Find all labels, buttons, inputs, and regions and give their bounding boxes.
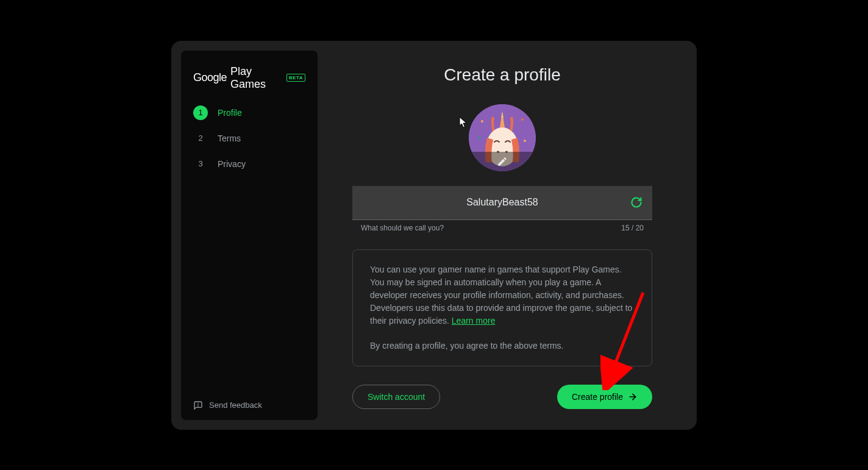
step-number: 2 [193,131,208,146]
step-terms[interactable]: 2 Terms [193,131,305,146]
switch-account-label: Switch account [368,392,425,402]
action-row: Switch account Create profile [352,385,652,409]
step-profile[interactable]: 1 Profile [193,105,305,120]
field-hint: What should we call you? [361,224,444,232]
pencil-icon [497,156,508,167]
feedback-icon [193,401,203,410]
char-counter: 15 / 20 [621,224,644,232]
main-content: Create a profile [318,51,687,420]
setup-steps-list: 1 Profile 2 Terms 3 Privacy [193,105,305,171]
feedback-label: Send feedback [209,401,262,410]
setup-sidebar: Google Play Games BETA 1 Profile 2 Terms… [181,51,318,420]
switch-account-button[interactable]: Switch account [352,385,440,409]
step-number: 1 [193,105,208,120]
refresh-icon[interactable] [630,196,642,208]
info-paragraph: You can use your gamer name in games tha… [370,263,635,327]
svg-point-5 [478,137,481,139]
beta-badge: BETA [286,74,305,82]
avatar-edit-button[interactable] [469,104,536,171]
product-name: Play Games [230,65,283,91]
svg-point-3 [481,120,483,123]
google-logo-text: Google [193,71,227,84]
username-value: SalutaryBeast58 [466,197,538,208]
username-input[interactable]: SalutaryBeast58 [352,186,652,220]
svg-point-4 [521,118,524,121]
step-number: 3 [193,157,208,171]
step-label: Terms [218,134,241,143]
svg-point-1 [198,406,199,407]
brand-header: Google Play Games BETA [193,65,305,91]
send-feedback-button[interactable]: Send feedback [193,401,305,410]
create-profile-label: Create profile [572,392,623,402]
page-title: Create a profile [444,65,560,85]
step-label: Profile [218,108,242,118]
username-field: SalutaryBeast58 What should we call you?… [352,186,652,232]
info-box: You can use your gamer name in games tha… [352,249,652,366]
avatar-container [469,104,536,171]
profile-setup-modal: Google Play Games BETA 1 Profile 2 Terms… [171,41,697,430]
step-label: Privacy [218,159,246,169]
field-helper-row: What should we call you? 15 / 20 [352,220,652,232]
avatar-edit-overlay [469,152,536,171]
agreement-text: By creating a profile, you agree to the … [370,340,635,352]
svg-point-6 [524,140,526,142]
arrow-right-icon [628,392,638,402]
create-profile-button[interactable]: Create profile [557,385,652,409]
step-privacy[interactable]: 3 Privacy [193,157,305,171]
learn-more-link[interactable]: Learn more [452,316,496,326]
